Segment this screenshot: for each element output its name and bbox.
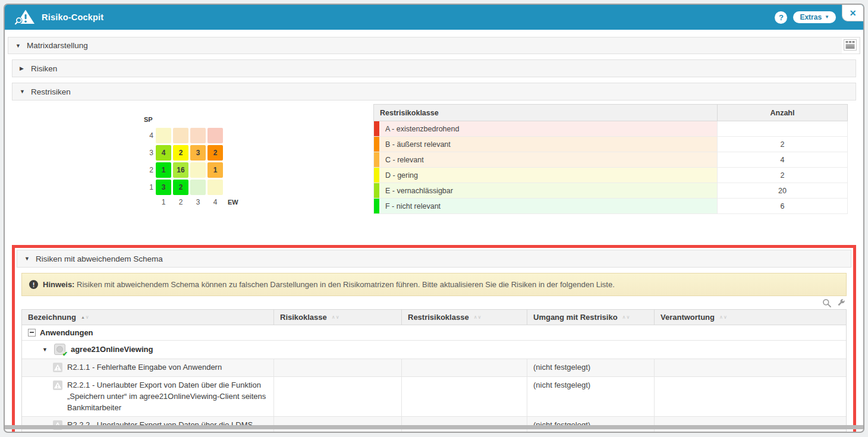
- restrisikoklasse-cell: [402, 377, 527, 417]
- restrisiko-class-row[interactable]: C - relevant4: [373, 152, 848, 168]
- matrix-cell[interactable]: 1: [156, 162, 171, 178]
- risk-matrix-rows: 43423221161132: [143, 128, 238, 195]
- matrix-cell[interactable]: [173, 128, 188, 143]
- application-icon: ✔: [54, 344, 65, 355]
- matrix-cell[interactable]: [190, 128, 206, 143]
- caret-down-icon[interactable]: ▼: [42, 347, 48, 353]
- caret-down-icon: ▼: [15, 43, 21, 49]
- section-header-risiken[interactable]: ▶ Risiken: [12, 59, 856, 77]
- matrix-row: 132: [143, 180, 238, 195]
- hint-text: Hinweis: Risiken mit abweichendem Schema…: [43, 280, 615, 289]
- matrix-cell[interactable]: [190, 162, 206, 178]
- risk-row[interactable]: R2.1.1 - Fehlerhafte Eingabe von Anwende…: [22, 359, 846, 377]
- class-count: 2: [717, 168, 847, 183]
- class-count: 20: [717, 183, 847, 198]
- column-header-restrisikoklasse[interactable]: Restrisikoklasse ∧∨: [402, 310, 527, 325]
- class-label: D - gering: [379, 168, 717, 183]
- caret-down-icon: ▼: [20, 89, 26, 95]
- class-color-bar: [374, 137, 379, 152]
- wrench-icon[interactable]: [836, 298, 845, 307]
- section-header-restrisiken[interactable]: ▼ Restrisiken: [12, 83, 856, 100]
- caret-right-icon: ▶: [20, 65, 26, 71]
- close-button[interactable]: ✕: [842, 5, 863, 21]
- info-icon: !: [29, 280, 38, 289]
- matrix-cell[interactable]: 4: [156, 145, 171, 161]
- matrix-view-button[interactable]: [842, 38, 858, 54]
- class-label: E - vernachlässigbar: [379, 183, 717, 198]
- help-button[interactable]: ?: [775, 11, 787, 24]
- matrix-col-label: 2: [173, 198, 188, 206]
- matrix-cell[interactable]: 2: [173, 145, 188, 161]
- section-header-schema[interactable]: ▼ Risiken mit abweichendem Schema: [17, 250, 851, 268]
- schema-section-highlight: ▼ Risiken mit abweichendem Schema ! Hinw…: [12, 245, 856, 433]
- restrisiko-class-row[interactable]: A - existenzbedrohend: [373, 121, 848, 137]
- matrix-cell[interactable]: [207, 128, 223, 143]
- column-label: Risikoklasse: [280, 313, 327, 322]
- restrisiko-class-row[interactable]: D - gering2: [373, 168, 848, 183]
- risikoklasse-cell: [274, 377, 402, 417]
- column-header-verantwortung[interactable]: Verantwortung ∧∨: [655, 310, 846, 325]
- matrix-row: 4: [143, 128, 238, 143]
- matrix-cell[interactable]: [207, 180, 223, 195]
- column-header-bezeichnung[interactable]: Bezeichnung ▲∨: [22, 310, 274, 325]
- restrisiko-class-row[interactable]: E - vernachlässigbar20: [373, 183, 848, 199]
- matrix-cell[interactable]: [156, 128, 171, 143]
- grid-icon: [844, 39, 857, 51]
- risk-name-cell: R2.1.1 - Fehlerhafte Eingabe von Anwende…: [22, 359, 274, 376]
- matrix-col-label: 1: [156, 198, 171, 206]
- class-color-bar: [374, 152, 379, 167]
- restrisiko-table: Restrisikoklasse Anzahl A - existenzbedr…: [373, 104, 848, 214]
- column-header-risikoklasse[interactable]: Risikoklasse ∧∨: [274, 310, 402, 325]
- column-header-umgang[interactable]: Umgang mit Restrisiko ∧∨: [527, 310, 655, 325]
- restrisiko-class-row[interactable]: B - äußerst relevant2: [373, 137, 848, 152]
- section-header-matrixdarstellung[interactable]: ▼ Matrixdarstellung: [8, 37, 860, 54]
- section-label: Risiken: [31, 64, 57, 73]
- matrix-cell[interactable]: 3: [190, 145, 206, 161]
- restrisiko-table-header: Restrisikoklasse Anzahl: [373, 104, 848, 121]
- matrix-cell[interactable]: 2: [173, 180, 188, 195]
- section-label: Restrisiken: [31, 87, 71, 96]
- risk-warning-icon: [53, 363, 62, 372]
- sort-icons: ∧∨: [622, 315, 630, 320]
- matrix-cell[interactable]: 2: [207, 145, 223, 161]
- verantwortung-cell: [655, 377, 846, 417]
- titlebar: Risiko-Cockpit ? Extras▼: [5, 5, 863, 30]
- matrix-row: 34232: [143, 145, 238, 161]
- class-label: F - nicht relevant: [379, 199, 717, 213]
- collapse-minus-icon[interactable]: [28, 329, 36, 337]
- search-icon[interactable]: [822, 298, 832, 308]
- class-label: A - existenzbedrohend: [379, 121, 717, 136]
- hint-box: ! Hinweis: Risiken mit abweichendem Sche…: [21, 273, 847, 296]
- risk-matrix: SP 43423221161132 1234EW: [143, 116, 238, 206]
- risk-name: R2.2.1 - Unerlaubter Export von Daten üb…: [67, 380, 268, 414]
- group-label: Anwendungen: [40, 328, 93, 337]
- class-count: 2: [717, 137, 847, 152]
- matrix-cell[interactable]: 3: [156, 180, 171, 195]
- schema-table-body: R2.1.1 - Fehlerhafte Eingabe von Anwende…: [22, 359, 846, 433]
- matrix-cell[interactable]: [190, 180, 206, 195]
- app-window: Risiko-Cockpit ? Extras▼ ✕ ▼ Matrixdarst…: [4, 4, 864, 433]
- class-count: 4: [717, 152, 847, 167]
- matrix-cell[interactable]: 1: [207, 162, 223, 178]
- class-label: C - relevant: [379, 152, 717, 167]
- matrix-col-label: 4: [207, 198, 223, 206]
- extras-button[interactable]: Extras▼: [793, 11, 836, 23]
- risk-name-cell: R2.2.1 - Unerlaubter Export von Daten üb…: [22, 377, 274, 417]
- class-color-bar: [374, 121, 379, 136]
- restrisiko-table-body: A - existenzbedrohendB - äußerst relevan…: [373, 121, 848, 214]
- matrix-cell[interactable]: 16: [173, 162, 188, 178]
- bottom-scrollbar[interactable]: [5, 425, 863, 429]
- risk-row[interactable]: R2.2.1 - Unerlaubter Export von Daten üb…: [22, 377, 846, 417]
- restrisiko-class-row[interactable]: F - nicht relevant6: [373, 199, 848, 214]
- matrix-col-label: 3: [190, 198, 206, 206]
- sort-icons: ∧∨: [332, 315, 339, 320]
- close-icon: ✕: [850, 8, 857, 18]
- group-row-agree21onlineviewing[interactable]: ▼ ✔ agree21OnlineViewing: [22, 341, 846, 359]
- risk-name: R2.1.1 - Fehlerhafte Eingabe von Anwende…: [67, 362, 222, 373]
- check-icon: ✔: [62, 350, 68, 358]
- column-header-restrisikoklasse: Restrisikoklasse: [374, 105, 717, 121]
- class-count: [717, 121, 847, 136]
- group-row-anwendungen[interactable]: Anwendungen: [22, 325, 846, 341]
- risiko-cockpit-logo-icon: [14, 9, 36, 26]
- matrix-row: 21161: [143, 162, 238, 178]
